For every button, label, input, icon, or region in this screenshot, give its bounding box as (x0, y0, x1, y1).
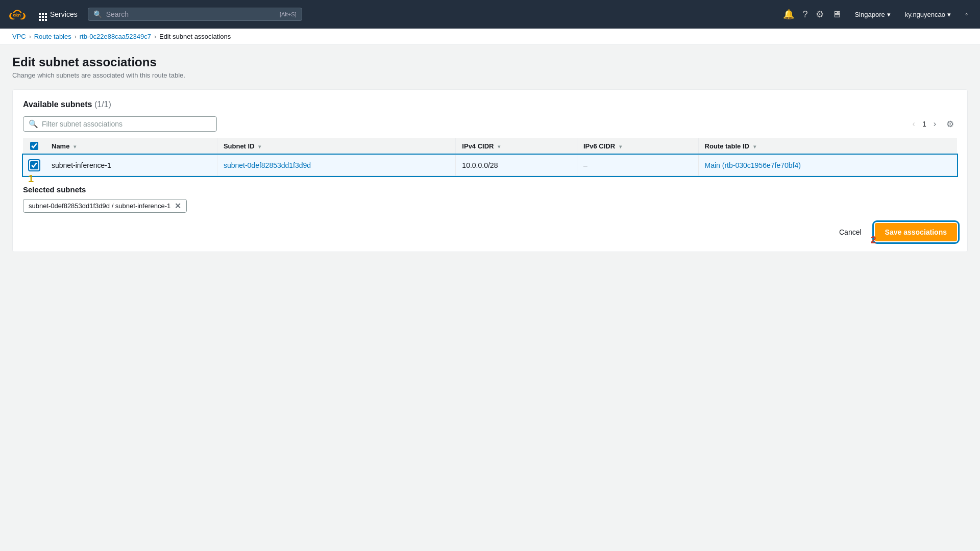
table-row: 1 subnet-inference-1 subnet-0def82853dd1… (23, 155, 957, 176)
filter-search-icon: 🔍 (29, 119, 38, 129)
settings-icon[interactable]: ⚙ (813, 6, 827, 23)
services-label: Services (50, 10, 78, 18)
services-menu-button[interactable]: Services (35, 6, 82, 23)
subnets-table-wrapper: Name ▾ Subnet ID ▾ IPv4 CIDR ▾ IPv6 CI (23, 138, 957, 176)
row-checkbox-cell: 1 (23, 155, 45, 176)
selected-subnets-title: Selected subnets (23, 185, 957, 194)
route-table-sort-icon[interactable]: ▾ (753, 144, 756, 149)
breadcrumb-vpc[interactable]: VPC (12, 33, 26, 40)
step-1-marker: 1 (28, 173, 34, 185)
cloud-shell-icon[interactable]: 🖥 (829, 6, 844, 23)
subnets-count: (1/1) (94, 100, 111, 109)
region-selector[interactable]: Singapore ▾ (850, 9, 894, 20)
col-name: Name ▾ (45, 138, 217, 155)
next-page-button[interactable]: › (930, 118, 939, 130)
col-ipv4-cidr: IPv4 CIDR ▾ (456, 138, 577, 155)
subnet-id-link[interactable]: subnet-0def82853dd1f3d9d (224, 161, 311, 169)
footer-actions: Cancel Save associations 2 (23, 223, 957, 241)
selected-subnet-tag: subnet-0def82853dd1f3d9d / subnet-infere… (23, 199, 187, 213)
nav-icons-group: 🔔 ? ⚙ 🖥 (780, 6, 844, 23)
page-subtitle: Change which subnets are associated with… (12, 71, 968, 79)
region-label: Singapore (854, 11, 885, 18)
pagination-controls: ‹ 1 › ⚙ (910, 117, 957, 131)
region-chevron-icon: ▾ (887, 11, 891, 18)
user-menu[interactable]: ky.nguyencao ▾ (901, 9, 955, 20)
prev-page-button[interactable]: ‹ (910, 118, 918, 130)
cancel-button[interactable]: Cancel (832, 225, 869, 239)
subnet-id-sort-icon[interactable]: ▾ (258, 144, 261, 149)
remove-subnet-button[interactable]: ✕ (175, 202, 181, 210)
row-ipv6-cell: – (577, 155, 698, 176)
user-chevron-icon: ▾ (947, 11, 951, 18)
breadcrumb: VPC › Route tables › rtb-0c22e88caa52349… (0, 29, 980, 45)
filter-input-wrapper[interactable]: 🔍 (23, 116, 217, 132)
breadcrumb-current: Edit subnet associations (159, 33, 231, 40)
ipv4-sort-icon[interactable]: ▾ (498, 144, 500, 149)
row-ipv4-cell: 10.0.0.0/28 (456, 155, 577, 176)
breadcrumb-sep-2: › (75, 33, 77, 40)
username-label: ky.nguyencao (905, 11, 945, 18)
selected-subnet-label: subnet-0def82853dd1f3d9d / subnet-infere… (29, 202, 170, 210)
route-table-link[interactable]: Main (rtb-030c1956e7fe70bf4) (705, 161, 801, 169)
page-title: Edit subnet associations (12, 55, 968, 69)
breadcrumb-sep-3: › (154, 33, 156, 40)
filter-subnet-input[interactable] (42, 120, 211, 128)
global-search-bar[interactable]: 🔍 [Alt+S] (88, 8, 302, 21)
table-settings-button[interactable]: ⚙ (943, 117, 957, 131)
page-number: 1 (922, 120, 926, 128)
ipv6-sort-icon[interactable]: ▾ (619, 144, 622, 149)
main-content: Edit subnet associations Change which su… (0, 45, 980, 548)
feedback-icon[interactable]: ⚬ (961, 8, 972, 21)
row-checkbox[interactable] (30, 161, 38, 169)
breadcrumb-sep-1: › (29, 33, 31, 40)
select-all-header (23, 138, 45, 155)
breadcrumb-route-tables[interactable]: Route tables (34, 33, 71, 40)
save-associations-button[interactable]: Save associations (875, 223, 957, 241)
col-ipv6-cidr: IPv6 CIDR ▾ (577, 138, 698, 155)
aws-logo (8, 8, 27, 20)
available-subnets-title: Available subnets (1/1) (23, 100, 957, 109)
row-route-table-cell: Main (rtb-030c1956e7fe70bf4) (698, 155, 957, 176)
save-button-wrapper: Save associations 2 (875, 223, 957, 241)
help-icon[interactable]: ? (799, 6, 811, 23)
name-sort-icon[interactable]: ▾ (74, 144, 76, 149)
search-shortcut-label: [Alt+S] (280, 11, 297, 17)
row-name-cell: subnet-inference-1 (45, 155, 217, 176)
search-input[interactable] (106, 10, 276, 18)
col-subnet-id: Subnet ID ▾ (217, 138, 455, 155)
filter-row: 🔍 ‹ 1 › ⚙ (23, 116, 957, 132)
search-icon: 🔍 (93, 10, 102, 18)
col-route-table-id: Route table ID ▾ (698, 138, 957, 155)
table-header-row: Name ▾ Subnet ID ▾ IPv4 CIDR ▾ IPv6 CI (23, 138, 957, 155)
notifications-icon[interactable]: 🔔 (780, 6, 797, 23)
grid-icon (39, 8, 47, 21)
breadcrumb-rtb[interactable]: rtb-0c22e88caa52349c7 (80, 33, 151, 40)
edit-subnet-associations-card: Available subnets (1/1) 🔍 ‹ 1 › ⚙ (12, 89, 968, 252)
selected-subnets-section: Selected subnets subnet-0def82853dd1f3d9… (23, 185, 957, 213)
subnets-table: Name ▾ Subnet ID ▾ IPv4 CIDR ▾ IPv6 CI (23, 138, 957, 176)
row-subnet-id-cell: subnet-0def82853dd1f3d9d (217, 155, 455, 176)
top-navigation: Services 🔍 [Alt+S] 🔔 ? ⚙ 🖥 Singapore ▾ k… (0, 0, 980, 29)
select-all-checkbox[interactable] (30, 142, 38, 150)
